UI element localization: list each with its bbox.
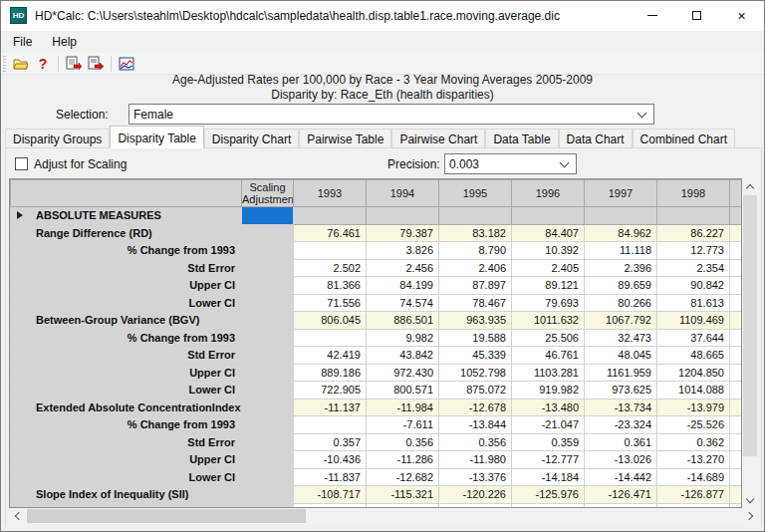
value-cell[interactable] (439, 207, 512, 225)
value-cell[interactable]: 86.227 (657, 224, 730, 242)
value-cell[interactable]: -11.984 (367, 399, 439, 416)
value-cell[interactable]: 973.625 (585, 382, 657, 399)
year-column-header[interactable]: 1998 (657, 180, 730, 207)
scaling-adjustment-cell[interactable] (242, 416, 294, 434)
value-cell[interactable]: 87.897 (439, 277, 512, 295)
scaling-adjustment-cell[interactable] (242, 207, 294, 225)
value-cell[interactable]: 37.644 (657, 329, 730, 347)
value-cell[interactable]: -21.047 (512, 416, 585, 434)
scaling-adjustment-cell[interactable] (242, 399, 294, 416)
value-cell[interactable]: -13.480 (512, 399, 585, 416)
value-cell[interactable]: 0.356 (439, 433, 512, 451)
value-cell[interactable]: 84.199 (367, 277, 439, 295)
value-cell[interactable] (294, 329, 367, 347)
scaling-adjustment-cell[interactable] (242, 468, 294, 486)
menu-help[interactable]: Help (44, 33, 85, 51)
year-column-header[interactable]: 1994 (367, 180, 439, 207)
value-cell[interactable]: -11.837 (294, 468, 367, 486)
value-cell[interactable] (512, 207, 585, 225)
value-cell[interactable] (585, 207, 657, 225)
value-cell[interactable]: 90.842 (657, 277, 730, 295)
tab-data-chart[interactable]: Data Chart (559, 129, 633, 148)
value-cell[interactable]: 875.072 (439, 382, 512, 399)
value-cell[interactable]: 1161.959 (585, 364, 657, 382)
value-cell[interactable]: 1014.088 (657, 382, 730, 399)
value-cell[interactable]: -13.844 (439, 416, 512, 434)
value-cell[interactable]: -12.682 (367, 468, 439, 486)
scroll-right-button[interactable] (742, 508, 758, 524)
value-cell[interactable]: 1011.632 (512, 312, 585, 330)
value-cell[interactable]: 889.186 (294, 364, 367, 382)
value-cell[interactable]: 9.982 (367, 329, 439, 347)
value-cell[interactable]: -13.979 (657, 399, 730, 416)
value-cell[interactable]: -11.286 (367, 451, 439, 469)
tab-combined-chart[interactable]: Combined Chart (633, 129, 735, 148)
menu-file[interactable]: File (5, 33, 40, 51)
value-cell[interactable]: -115.321 (367, 486, 439, 504)
value-cell[interactable]: -14.442 (585, 468, 657, 486)
value-cell[interactable]: 972.430 (367, 364, 439, 382)
scaling-adjustment-cell[interactable] (242, 433, 294, 451)
value-cell[interactable]: 963.935 (439, 312, 512, 330)
value-cell[interactable]: -13.026 (585, 451, 657, 469)
scaling-adjustment-cell[interactable] (242, 329, 294, 347)
selection-dropdown[interactable]: Female (128, 104, 654, 125)
chart-icon[interactable] (117, 55, 136, 73)
value-cell[interactable]: 84.962 (585, 224, 657, 242)
horizontal-scrollbar[interactable] (9, 508, 758, 524)
help-icon[interactable]: ? (33, 55, 53, 73)
value-cell[interactable] (294, 242, 367, 260)
value-cell[interactable]: 89.659 (585, 277, 657, 295)
horizontal-scroll-thumb[interactable] (27, 509, 306, 523)
value-cell[interactable]: -12.777 (512, 451, 585, 469)
close-button[interactable]: × (719, 1, 764, 30)
tab-pairwise-chart[interactable]: Pairwise Chart (391, 129, 485, 148)
vertical-scrollbar[interactable] (742, 178, 758, 508)
scaling-adjustment-cell[interactable] (242, 312, 294, 330)
value-cell[interactable]: 886.501 (367, 312, 439, 330)
value-cell[interactable]: 0.362 (657, 433, 730, 451)
value-cell[interactable] (294, 416, 367, 434)
value-cell[interactable]: 76.461 (294, 224, 367, 242)
value-cell[interactable]: 43.842 (367, 347, 439, 365)
value-cell[interactable]: 78.467 (439, 294, 512, 312)
scroll-left-button[interactable] (9, 508, 25, 524)
value-cell[interactable]: -13.734 (585, 399, 657, 416)
value-cell[interactable]: 800.571 (367, 382, 439, 399)
value-cell[interactable]: 81.366 (294, 277, 367, 295)
year-column-header[interactable]: 1997 (585, 180, 657, 207)
value-cell[interactable]: 2.456 (367, 259, 439, 277)
value-cell[interactable]: -23.324 (585, 416, 657, 434)
year-column-header[interactable]: 1993 (294, 180, 367, 207)
value-cell[interactable] (657, 207, 730, 225)
maximize-button[interactable] (674, 1, 719, 30)
value-cell[interactable]: -120.226 (439, 486, 512, 504)
value-cell[interactable]: 74.574 (367, 294, 439, 312)
value-cell[interactable]: 1067.792 (585, 312, 657, 330)
minimize-button[interactable] (630, 1, 674, 30)
value-cell[interactable]: 0.361 (585, 433, 657, 451)
value-cell[interactable]: -25.526 (657, 416, 730, 434)
value-cell[interactable]: -10.436 (294, 451, 367, 469)
value-cell[interactable]: 83.182 (439, 224, 512, 242)
value-cell[interactable]: 80.266 (585, 294, 657, 312)
export-report-icon[interactable] (64, 55, 84, 73)
value-cell[interactable]: -12.678 (439, 399, 512, 416)
year-column-header[interactable]: 1996 (512, 180, 585, 207)
scaling-adjustment-cell[interactable] (242, 486, 294, 504)
value-cell[interactable] (367, 207, 439, 225)
value-cell[interactable]: 2.354 (657, 259, 730, 277)
value-cell[interactable]: 806.045 (294, 312, 367, 330)
value-cell[interactable]: -13.270 (657, 451, 730, 469)
value-cell[interactable]: -11.137 (294, 399, 367, 416)
value-cell[interactable]: 79.693 (512, 294, 585, 312)
value-cell[interactable]: 32.473 (585, 329, 657, 347)
value-cell[interactable]: 19.588 (439, 329, 512, 347)
scaling-adjustment-cell[interactable] (242, 364, 294, 382)
scaling-adjustment-cell[interactable] (242, 451, 294, 469)
value-cell[interactable]: 8.790 (439, 242, 512, 260)
scaling-adjustment-cell[interactable] (242, 224, 294, 242)
tab-disparity-chart[interactable]: Disparity Chart (204, 129, 299, 148)
value-cell[interactable] (294, 207, 367, 225)
value-cell[interactable]: 48.665 (657, 347, 730, 365)
